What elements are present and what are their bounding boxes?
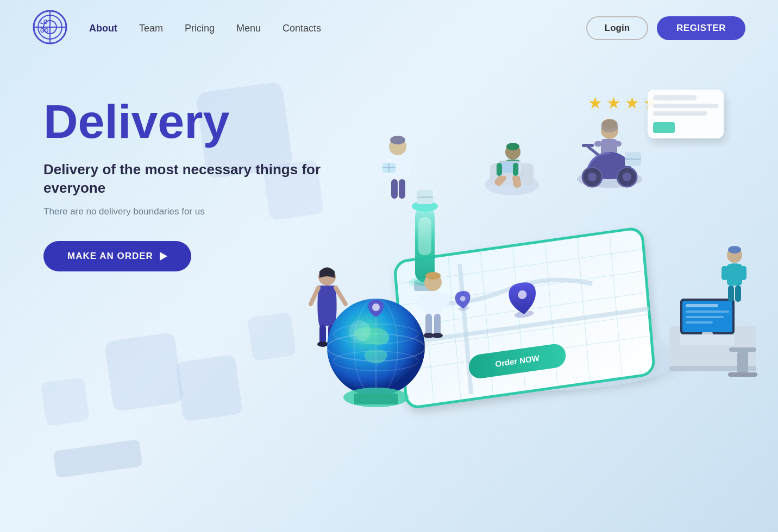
navbar: LO GO About Team Pricing Menu Contacts L… bbox=[0, 0, 778, 56]
svg-rect-41 bbox=[399, 179, 405, 199]
nav-pricing[interactable]: Pricing bbox=[185, 23, 215, 34]
svg-text:★: ★ bbox=[588, 94, 603, 112]
svg-rect-39 bbox=[404, 159, 411, 176]
hero-subtitle: Delivery of the most necessary things fo… bbox=[43, 161, 326, 198]
hero-illustration: Order NOW bbox=[300, 60, 767, 532]
svg-rect-57 bbox=[513, 163, 518, 176]
svg-rect-105 bbox=[425, 314, 432, 335]
svg-point-66 bbox=[588, 173, 597, 181]
svg-rect-130 bbox=[728, 372, 757, 377]
svg-rect-56 bbox=[497, 163, 502, 176]
nav-menu[interactable]: Menu bbox=[236, 23, 261, 34]
svg-text:★: ★ bbox=[625, 94, 639, 112]
hero-text-block: Delivery Delivery of the most necessary … bbox=[43, 98, 326, 271]
svg-line-84 bbox=[311, 288, 318, 304]
svg-rect-115 bbox=[686, 316, 724, 318]
svg-rect-102 bbox=[424, 291, 442, 315]
svg-point-68 bbox=[623, 173, 631, 181]
svg-point-99 bbox=[372, 303, 380, 311]
login-button[interactable]: Login bbox=[586, 16, 648, 40]
svg-rect-62 bbox=[594, 141, 602, 147]
svg-text:LO: LO bbox=[40, 19, 48, 25]
svg-rect-86 bbox=[319, 325, 326, 344]
svg-rect-40 bbox=[391, 179, 398, 199]
svg-line-69 bbox=[588, 147, 599, 155]
svg-rect-29 bbox=[418, 217, 431, 255]
svg-rect-98 bbox=[354, 394, 398, 404]
svg-rect-104 bbox=[442, 293, 449, 308]
svg-rect-113 bbox=[686, 304, 718, 307]
svg-rect-127 bbox=[735, 286, 741, 302]
svg-point-48 bbox=[506, 143, 519, 150]
svg-rect-54 bbox=[499, 161, 520, 162]
svg-rect-125 bbox=[740, 266, 746, 280]
nav-actions: Login REGISTER bbox=[586, 16, 745, 40]
svg-rect-79 bbox=[653, 95, 697, 100]
svg-rect-106 bbox=[434, 314, 441, 335]
svg-rect-80 bbox=[653, 104, 718, 108]
hero-section: Delivery Delivery of the most necessary … bbox=[0, 54, 778, 532]
svg-rect-129 bbox=[737, 352, 748, 373]
nav-about[interactable]: About bbox=[89, 23, 117, 34]
make-order-label: MAKE AN ORDER bbox=[67, 251, 153, 262]
svg-rect-81 bbox=[653, 111, 707, 116]
svg-rect-63 bbox=[614, 141, 622, 147]
svg-rect-82 bbox=[653, 122, 675, 133]
svg-point-96 bbox=[349, 320, 371, 342]
nav-contacts[interactable]: Contacts bbox=[283, 23, 321, 34]
nav-team[interactable]: Team bbox=[139, 23, 163, 34]
svg-point-122 bbox=[728, 246, 741, 254]
svg-rect-116 bbox=[686, 321, 713, 324]
register-button[interactable]: REGISTER bbox=[657, 16, 745, 40]
svg-text:GO: GO bbox=[40, 28, 49, 34]
hero-title: Delivery bbox=[43, 98, 326, 145]
svg-text:★: ★ bbox=[606, 94, 621, 112]
nav-links: About Team Pricing Menu Contacts bbox=[89, 23, 586, 34]
svg-rect-126 bbox=[728, 286, 734, 302]
svg-rect-128 bbox=[729, 347, 756, 352]
hero-description: There are no delivery boundaries for us bbox=[43, 206, 326, 217]
svg-point-36 bbox=[390, 136, 405, 144]
svg-rect-123 bbox=[727, 264, 742, 286]
svg-point-60 bbox=[601, 119, 618, 132]
make-order-button[interactable]: MAKE AN ORDER bbox=[43, 241, 191, 271]
svg-line-85 bbox=[336, 288, 346, 304]
svg-point-101 bbox=[425, 272, 441, 280]
arrow-icon bbox=[160, 252, 167, 261]
svg-rect-103 bbox=[418, 293, 425, 308]
svg-rect-119 bbox=[680, 334, 735, 345]
logo[interactable]: LO GO bbox=[33, 10, 89, 47]
svg-rect-114 bbox=[686, 311, 729, 313]
svg-point-108 bbox=[432, 333, 443, 338]
svg-rect-124 bbox=[721, 266, 728, 280]
